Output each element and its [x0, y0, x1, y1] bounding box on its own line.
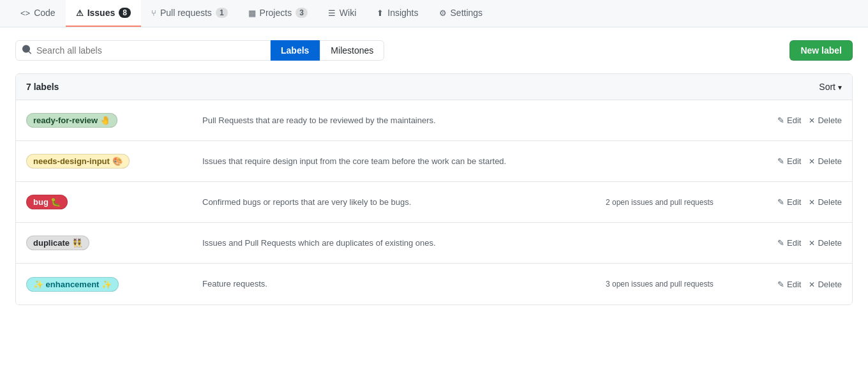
tab-pr-label: Pull requests: [160, 8, 212, 18]
tab-issues[interactable]: ⚠ Issues 8: [66, 0, 141, 27]
milestones-button[interactable]: Milestones: [320, 40, 384, 61]
x-icon: [809, 116, 815, 125]
label-badge: duplicate 👯: [26, 236, 89, 250]
pencil-icon: [777, 116, 784, 125]
issues-icon: ⚠: [76, 8, 84, 18]
label-actions: Edit Delete: [746, 238, 842, 248]
sort-label: Sort: [819, 82, 835, 92]
tab-code[interactable]: <> Code: [10, 0, 66, 27]
delete-label-text: Delete: [818, 238, 842, 248]
label-description: Feature requests.: [192, 278, 606, 290]
edit-label-button[interactable]: Edit: [777, 156, 801, 166]
tab-code-label: Code: [34, 8, 55, 18]
tab-pull-requests[interactable]: ⑂ Pull requests 1: [141, 0, 238, 27]
label-description: Issues that require design input from th…: [192, 155, 606, 168]
label-name-col: ready-for-review 🤚: [26, 113, 192, 128]
x-icon: [809, 197, 815, 207]
tab-insights-label: Insights: [387, 8, 418, 18]
issues-badge: 8: [119, 8, 131, 18]
projects-badge: 3: [296, 8, 308, 18]
label-name-col: needs-design-input 🎨: [26, 154, 192, 169]
label-badge: ready-for-review 🤚: [26, 113, 117, 128]
search-icon: [22, 45, 32, 57]
labels-container: 7 labels Sort ready-for-review 🤚 Pull Re…: [15, 73, 853, 305]
tab-settings[interactable]: ⚙ Settings: [429, 0, 493, 27]
label-row: bug 🐛 Confirmed bugs or reports that are…: [16, 182, 852, 223]
toolbar-left: Labels Milestones: [15, 40, 384, 61]
label-actions: Edit Delete: [746, 116, 842, 125]
code-icon: <>: [20, 8, 30, 18]
delete-label-text: Delete: [818, 156, 842, 166]
delete-label-text: Delete: [818, 280, 842, 289]
insights-icon: ⬆: [377, 8, 384, 18]
pr-icon: ⑂: [151, 8, 156, 18]
tab-insights[interactable]: ⬆ Insights: [366, 0, 428, 27]
label-actions: Edit Delete: [746, 197, 842, 207]
label-meta: 2 open issues and pull requests: [606, 198, 746, 207]
label-name-col: duplicate 👯: [26, 236, 192, 250]
sort-button[interactable]: Sort: [819, 82, 842, 92]
delete-label-button[interactable]: Delete: [809, 197, 842, 207]
pencil-icon: [777, 156, 784, 166]
edit-label-text: Edit: [787, 156, 801, 166]
x-icon: [809, 280, 815, 289]
tab-projects-label: Projects: [260, 8, 292, 18]
projects-icon: ▦: [248, 8, 256, 18]
pencil-icon: [777, 280, 784, 289]
edit-label-button[interactable]: Edit: [777, 280, 801, 289]
label-name-col: bug 🐛: [26, 195, 192, 209]
settings-icon: ⚙: [439, 8, 447, 18]
new-label-button[interactable]: New label: [789, 40, 853, 61]
edit-label-button[interactable]: Edit: [777, 238, 801, 248]
label-row: needs-design-input 🎨 Issues that require…: [16, 141, 852, 182]
delete-label-button[interactable]: Delete: [809, 116, 842, 125]
tab-wiki-label: Wiki: [340, 8, 356, 18]
pencil-icon: [777, 238, 784, 248]
label-badge: ✨ enhancement ✨: [26, 277, 119, 292]
top-nav: <> Code ⚠ Issues 8 ⑂ Pull requests 1 ▦ P…: [0, 0, 868, 27]
label-row: ✨ enhancement ✨ Feature requests. 3 open…: [16, 264, 852, 304]
edit-label-text: Edit: [787, 238, 801, 248]
sort-chevron-icon: [838, 82, 842, 92]
delete-label-button[interactable]: Delete: [809, 238, 842, 248]
delete-label-text: Delete: [818, 116, 842, 125]
edit-label-button[interactable]: Edit: [777, 116, 801, 125]
wiki-icon: ☰: [328, 8, 336, 18]
delete-label-button[interactable]: Delete: [809, 156, 842, 166]
x-icon: [809, 156, 815, 166]
label-row: duplicate 👯 Issues and Pull Requests whi…: [16, 223, 852, 264]
search-input[interactable]: [15, 40, 271, 61]
labels-count: 7 labels: [26, 82, 59, 92]
label-badge: needs-design-input 🎨: [26, 154, 130, 169]
edit-label-text: Edit: [787, 197, 801, 207]
label-name-col: ✨ enhancement ✨: [26, 277, 192, 292]
label-description: Issues and Pull Requests which are dupli…: [192, 237, 606, 250]
labels-button[interactable]: Labels: [271, 40, 320, 61]
label-actions: Edit Delete: [746, 280, 842, 289]
toolbar: Labels Milestones New label: [15, 40, 853, 61]
tab-issues-label: Issues: [87, 8, 116, 18]
labels-list: ready-for-review 🤚 Pull Requests that ar…: [16, 100, 852, 304]
main-content: Labels Milestones New label 7 labels Sor…: [0, 27, 868, 318]
label-row: ready-for-review 🤚 Pull Requests that ar…: [16, 100, 852, 141]
delete-label-button[interactable]: Delete: [809, 280, 842, 289]
edit-label-text: Edit: [787, 116, 801, 125]
label-meta: 3 open issues and pull requests: [606, 280, 746, 289]
pr-badge: 1: [216, 8, 228, 18]
x-icon: [809, 238, 815, 248]
edit-label-text: Edit: [787, 280, 801, 289]
edit-label-button[interactable]: Edit: [777, 197, 801, 207]
labels-header: 7 labels Sort: [16, 74, 852, 100]
label-description: Confirmed bugs or reports that are very …: [192, 196, 606, 209]
label-actions: Edit Delete: [746, 156, 842, 166]
delete-label-text: Delete: [818, 197, 842, 207]
tab-settings-label: Settings: [451, 8, 483, 18]
tab-projects[interactable]: ▦ Projects 3: [238, 0, 318, 27]
label-description: Pull Requests that are ready to be revie…: [192, 114, 606, 127]
label-badge: bug 🐛: [26, 195, 68, 209]
labels-milestones-toggle: Labels Milestones: [271, 40, 384, 61]
search-wrapper: [15, 40, 271, 61]
tab-wiki[interactable]: ☰ Wiki: [318, 0, 366, 27]
pencil-icon: [777, 197, 784, 207]
